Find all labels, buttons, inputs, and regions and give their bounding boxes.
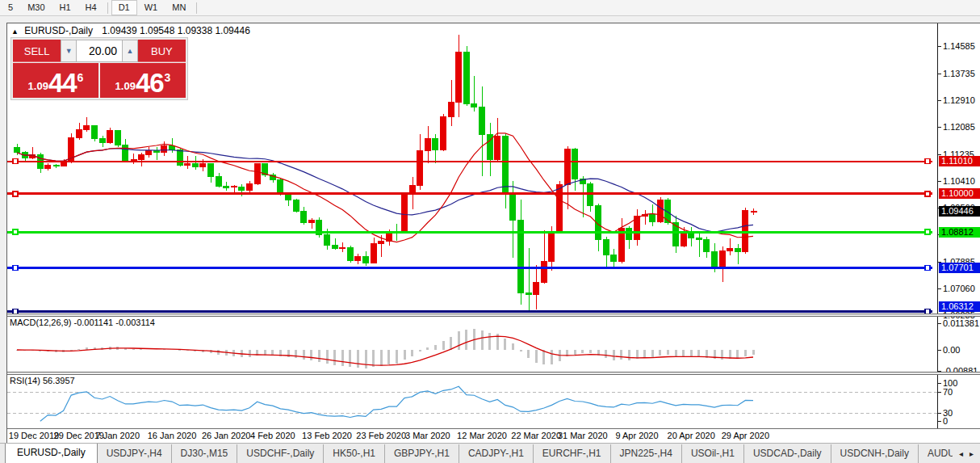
tab-dj30-m15[interactable]: DJ30-,M15 <box>172 444 238 463</box>
timeframe-button-mn[interactable]: MN <box>165 0 193 15</box>
price-axis-tick: 1.12910 <box>943 95 975 105</box>
sell-price-small: 1.09 <box>28 80 48 92</box>
volume-increase-button[interactable]: ▲ <box>122 40 138 62</box>
tabs-scroll-right-icon[interactable]: ▸ <box>966 449 977 458</box>
macd-readout: MACD(12,26,9) -0.001141 -0.003114 <box>10 318 155 327</box>
sell-price-sup: 6 <box>77 71 84 84</box>
macd-axis-tick: 0.00 <box>943 345 960 355</box>
price-tag-1.06312: 1.06312 <box>939 301 980 312</box>
toolbar-separator <box>107 2 108 14</box>
price-tag-1.09446: 1.09446 <box>939 206 980 217</box>
sell-button[interactable]: SELL <box>13 40 61 62</box>
time-axis-label: 3 Mar 2020 <box>400 431 456 440</box>
one-click-top-row: SELL ▼ ▲ BUY <box>13 40 186 62</box>
buy-price-big: 46 <box>136 71 164 95</box>
price-tag-1.11010: 1.11010 <box>939 156 980 166</box>
down-arrow-icon: ▼ <box>65 47 73 55</box>
pane-separator[interactable] <box>7 372 980 375</box>
tab-cadjpy-h1[interactable]: CADJPY-,H1 <box>459 444 534 463</box>
time-axis-label: 4 Feb 2020 <box>245 431 301 440</box>
macd-axis-tick: 0.011381 <box>943 318 979 328</box>
price-axis[interactable]: 1.145851.137351.129101.120851.112351.104… <box>937 23 980 428</box>
time-axis-label: 29 Apr 2020 <box>717 431 773 440</box>
macd-pane: MACD(12,26,9) -0.001141 -0.003114 <box>7 317 937 372</box>
tab-usdjpy-h4[interactable]: USDJPY-,H4 <box>98 444 172 463</box>
toolbar-separator <box>196 2 197 14</box>
tab-jpn225-h4[interactable]: JPN225-,H4 <box>611 444 682 463</box>
trading-terminal: 5M30H1H4D1W1MN ▲ EURUSD-,Daily 1.09439 1… <box>0 0 980 463</box>
timeframe-button-m30[interactable]: M30 <box>20 0 52 15</box>
buy-price-sup: 3 <box>165 71 171 84</box>
chart-tabs-bar: EURUSD-,DailyUSDJPY-,H4DJ30-,M15USDCHF-,… <box>0 443 980 463</box>
ohlc-readout: 1.09439 1.09548 1.09338 1.09446 <box>102 25 250 36</box>
price-axis-tick: 1.10410 <box>943 176 975 186</box>
sell-price-big: 44 <box>48 71 77 95</box>
rsi-axis-tick: 70 <box>943 387 953 397</box>
price-axis-tick: 1.12085 <box>943 122 975 132</box>
time-axis-border <box>7 428 980 429</box>
time-axis-label: 7 Jan 2020 <box>90 431 146 440</box>
tab-usdchf-daily[interactable]: USDCHF-,Daily <box>237 444 324 463</box>
tabs-scroll-left-icon[interactable]: ◂ <box>956 449 966 458</box>
chart-header: ▲ EURUSD-,Daily 1.09439 1.09548 1.09338 … <box>11 25 250 36</box>
one-click-trading-panel: SELL ▼ ▲ BUY 1.09446 1.09463 <box>10 37 188 100</box>
timeframe-toolbar: 5M30H1H4D1W1MN <box>0 0 980 16</box>
rsi-readout: RSI(14) 56.3957 <box>10 376 75 385</box>
tab-eurchf-h1[interactable]: EURCHF-,H1 <box>534 444 611 463</box>
time-axis-label: 16 Jan 2020 <box>144 431 200 440</box>
tab-usoil-h1[interactable]: USOil-,H1 <box>682 444 744 463</box>
main-chart-pane: ▲ EURUSD-,Daily 1.09439 1.09548 1.09338 … <box>7 23 937 314</box>
time-axis-label: 20 Apr 2020 <box>663 431 719 440</box>
buy-price[interactable]: 1.09463 <box>100 63 186 98</box>
collapse-panel-icon[interactable]: ▲ <box>11 27 19 36</box>
timeframe-button-h4[interactable]: H4 <box>78 0 104 15</box>
pane-separator[interactable] <box>7 314 980 317</box>
rsi-chart[interactable] <box>7 375 937 428</box>
buy-button[interactable]: BUY <box>138 40 186 62</box>
timeframe-button-5[interactable]: 5 <box>1 0 20 15</box>
tab-gbpjpy-h1[interactable]: GBPJPY-,H1 <box>385 444 459 463</box>
tab-scroll-arrows: ◂ ▸ <box>953 444 980 463</box>
price-axis-tick: 1.14585 <box>943 41 975 51</box>
price-axis-tick: 1.13735 <box>943 69 975 78</box>
time-axis-label: 13 Feb 2020 <box>299 431 355 440</box>
sell-price[interactable]: 1.09446 <box>13 63 98 98</box>
price-tag-1.07701: 1.07701 <box>939 263 980 273</box>
price-tag-1.10000: 1.10000 <box>939 188 980 199</box>
up-arrow-icon: ▲ <box>126 47 133 55</box>
rsi-axis-tick: 0 <box>943 416 948 426</box>
volume-input[interactable] <box>77 40 122 62</box>
time-axis-label: 12 Mar 2020 <box>454 431 510 440</box>
chart-window: ▲ EURUSD-,Daily 1.09439 1.09548 1.09338 … <box>6 23 980 443</box>
volume-decrease-button[interactable]: ▼ <box>61 40 77 62</box>
timeframe-button-d1[interactable]: D1 <box>111 0 137 15</box>
price-axis-tick: 1.07060 <box>943 284 975 293</box>
time-axis-label: 31 Mar 2020 <box>555 431 611 440</box>
timeframe-button-w1[interactable]: W1 <box>137 0 165 15</box>
time-axis[interactable]: 19 Dec 201929 Dec 20197 Jan 202016 Jan 2… <box>7 429 937 443</box>
time-axis-label: 9 Apr 2020 <box>609 431 665 440</box>
timeframe-button-h1[interactable]: H1 <box>52 0 78 15</box>
chart-title: EURUSD-,Daily <box>24 25 93 36</box>
tab-eurusd-daily[interactable]: EURUSD-,Daily <box>5 443 98 463</box>
rsi-pane: RSI(14) 56.3957 <box>7 375 937 428</box>
tab-usdcnh-daily[interactable]: USDCNH-,Daily <box>831 444 919 463</box>
tab-hk50-h1[interactable]: HK50-,H1 <box>324 444 385 463</box>
tab-usdcad-daily[interactable]: USDCAD-,Daily <box>744 444 831 463</box>
buy-price-small: 1.09 <box>115 80 136 92</box>
price-tag-1.08812: 1.08812 <box>939 227 980 238</box>
one-click-prices-row: 1.09446 1.09463 <box>13 63 186 98</box>
